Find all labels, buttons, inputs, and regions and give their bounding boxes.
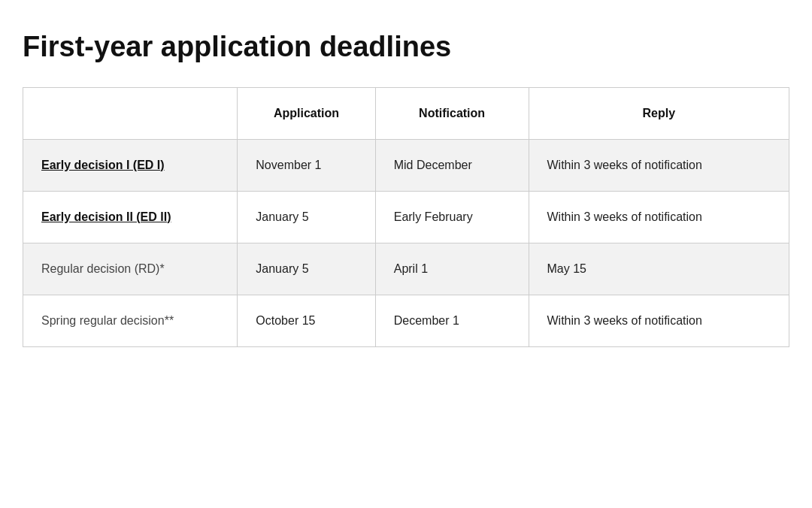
row-application: January 5: [238, 243, 375, 295]
table-row: Spring regular decision**October 15Decem…: [23, 295, 789, 346]
row-label: Spring regular decision**: [23, 295, 238, 346]
table-row: Regular decision (RD)*January 5April 1Ma…: [23, 243, 789, 295]
row-notification: Mid December: [375, 139, 529, 191]
row-notification: December 1: [375, 295, 529, 346]
header-col-application: Application: [238, 87, 375, 139]
row-label-text: Early decision I (ED I): [41, 159, 165, 171]
row-application: January 5: [238, 191, 375, 243]
header-col-notification: Notification: [375, 87, 529, 139]
row-label: Early decision I (ED I): [23, 139, 238, 191]
row-notification: Early February: [375, 191, 529, 243]
header-col-label: [23, 87, 238, 139]
row-label-text: Regular decision (RD)*: [41, 262, 165, 275]
row-reply: May 15: [529, 243, 789, 295]
row-reply: Within 3 weeks of notification: [529, 139, 789, 191]
row-notification: April 1: [375, 243, 529, 295]
row-label-text: Spring regular decision**: [41, 314, 174, 327]
page-title: First-year application deadlines: [23, 30, 789, 65]
row-reply: Within 3 weeks of notification: [529, 295, 789, 346]
header-col-reply: Reply: [529, 87, 789, 139]
table-row: Early decision II (ED II)January 5Early …: [23, 191, 789, 243]
row-label-text: Early decision II (ED II): [41, 210, 171, 223]
row-label: Early decision II (ED II): [23, 191, 238, 243]
table-row: Early decision I (ED I)November 1Mid Dec…: [23, 139, 789, 191]
row-application: November 1: [238, 139, 375, 191]
row-application: October 15: [238, 295, 375, 346]
deadlines-table: Application Notification Reply Early dec…: [23, 87, 789, 347]
row-label: Regular decision (RD)*: [23, 243, 238, 295]
table-header-row: Application Notification Reply: [23, 87, 789, 139]
row-reply: Within 3 weeks of notification: [529, 191, 789, 243]
